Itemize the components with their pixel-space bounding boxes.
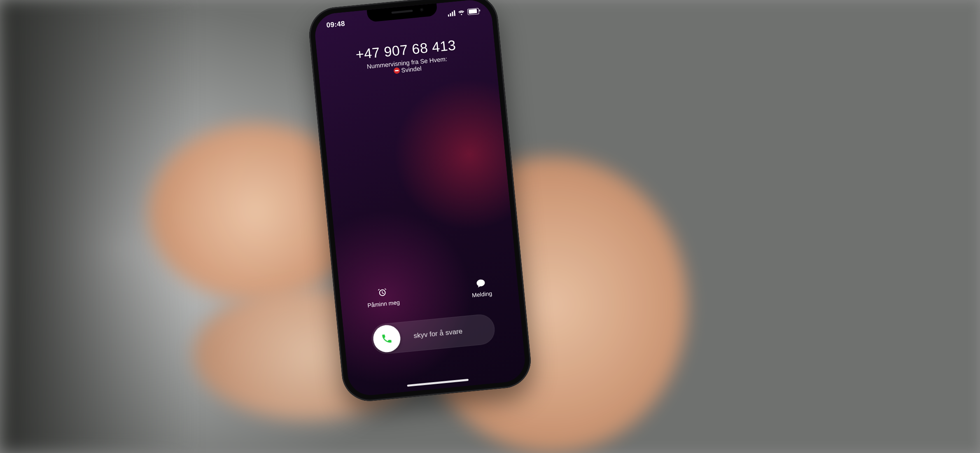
incoming-call-info: +47 907 68 413 Nummervisning fra Se Hvem… (317, 33, 497, 82)
battery-icon (467, 8, 479, 15)
message-bubble-icon (475, 278, 487, 289)
alarm-clock-icon (377, 287, 388, 299)
slide-to-answer[interactable]: skyv for å svare (370, 313, 496, 355)
remind-me-button[interactable]: Påminn meg (366, 286, 400, 308)
slide-to-answer-label: skyv for å svare (401, 324, 495, 341)
status-time: 09:48 (326, 20, 345, 30)
no-entry-icon (394, 67, 400, 74)
message-label: Melding (471, 290, 492, 299)
phone-frame: 09:48 +47 907 68 413 Nummervisning fra S… (307, 0, 533, 404)
phone-screen: 09:48 +47 907 68 413 Nummervisning fra S… (313, 0, 527, 397)
answer-knob[interactable] (372, 324, 401, 353)
caller-id-label: Svindel (401, 65, 422, 74)
phone: 09:48 +47 907 68 413 Nummervisning fra S… (307, 0, 533, 404)
cellular-signal-icon (448, 10, 455, 17)
call-actions-row: Påminn meg Melding (340, 274, 519, 311)
phone-handset-icon (380, 332, 393, 345)
remind-me-label: Påminn meg (367, 299, 400, 308)
home-indicator[interactable] (407, 379, 469, 387)
wifi-icon (457, 8, 466, 16)
message-button[interactable]: Melding (470, 277, 492, 298)
